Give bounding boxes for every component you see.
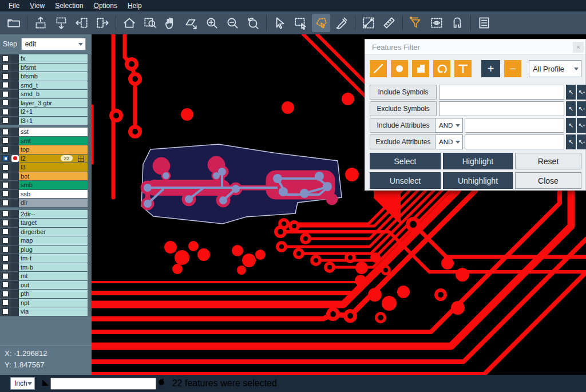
layer-checkbox-pth[interactable]: [2, 291, 9, 297]
polygon-select-button[interactable]: [312, 14, 330, 32]
active-layer-cell[interactable]: [11, 90, 19, 98]
layer-row-via[interactable]: via: [0, 307, 92, 316]
active-layer-cell[interactable]: [11, 281, 19, 290]
active-layer-cell[interactable]: [11, 254, 19, 263]
layer-name-map[interactable]: map: [19, 236, 88, 245]
layer-row-l2[interactable]: l222: [0, 155, 92, 164]
layer-name-tm-b[interactable]: tm-b: [19, 263, 88, 272]
units-select[interactable]: Inch: [10, 377, 35, 390]
pick-add-symbol-button[interactable]: ↖+: [577, 85, 586, 100]
step-select[interactable]: edit: [21, 38, 86, 50]
drag-zoom-button[interactable]: [182, 14, 200, 32]
include-symbols-button[interactable]: Include Symbols: [370, 85, 437, 100]
view-box-button[interactable]: [427, 14, 446, 32]
active-layer-cell[interactable]: [11, 72, 19, 81]
layer-name-plug[interactable]: plug: [19, 246, 88, 254]
zoom-previous-button[interactable]: [244, 14, 262, 32]
layer-name-npt[interactable]: npt: [19, 299, 88, 307]
pan-left-button[interactable]: [73, 14, 91, 32]
clear-brush-button[interactable]: [332, 14, 351, 32]
pick-symbol-button[interactable]: ↖: [566, 101, 576, 116]
layer-name-ssb[interactable]: ssb: [19, 190, 88, 199]
layer-checkbox-fx[interactable]: [2, 56, 9, 62]
layer-row-l3+1[interactable]: l3+1: [0, 117, 92, 126]
measure-ruler-button[interactable]: [380, 14, 398, 32]
layer-checkbox-l2+1[interactable]: [2, 109, 9, 115]
active-layer-cell[interactable]: [11, 81, 19, 90]
layer-row-ssb[interactable]: ssb: [0, 190, 92, 199]
layer-checkbox-bfsmt[interactable]: [2, 64, 9, 70]
layer-name-mt[interactable]: mt: [19, 272, 88, 280]
layer-name-tm-t[interactable]: tm-t: [19, 254, 88, 263]
layer-checkbox-target[interactable]: [2, 220, 9, 226]
layer-checkbox-top[interactable]: [2, 146, 9, 153]
layer-row-layer_3.gbr[interactable]: layer_3.gbr: [0, 99, 92, 108]
layer-row-sst[interactable]: sst: [0, 128, 92, 137]
layer-checkbox-smt[interactable]: [2, 137, 9, 144]
exclude-symbols-button[interactable]: Exclude Symbols: [370, 101, 437, 116]
layer-row-tm-t[interactable]: tm-t: [0, 254, 92, 263]
filter-arc-button[interactable]: [433, 60, 450, 77]
active-layer-cell[interactable]: [11, 163, 19, 172]
open-file-button[interactable]: [5, 14, 23, 32]
highlight-button[interactable]: Highlight: [443, 153, 513, 169]
layer-checkbox-smb[interactable]: [2, 182, 9, 188]
layer-checkbox-bfsmb[interactable]: [2, 73, 9, 80]
refresh-icon[interactable]: [156, 377, 167, 390]
unhighlight-button[interactable]: Unhighlight: [443, 172, 513, 189]
active-layer-cell[interactable]: [11, 99, 19, 108]
layer-checkbox-l3+1[interactable]: [2, 117, 9, 124]
layer-checkbox-dirgerber[interactable]: [2, 228, 9, 235]
layer-row-target[interactable]: target: [0, 219, 92, 228]
layer-name-via[interactable]: via: [19, 307, 88, 316]
layer-checkbox-via[interactable]: [2, 308, 9, 315]
profile-select[interactable]: All Profile: [529, 60, 581, 77]
menu-item-options[interactable]: Options: [89, 1, 122, 11]
layer-name-bfsmt[interactable]: bfsmt: [19, 64, 88, 72]
unselect-button[interactable]: Unselect: [370, 172, 441, 189]
layer-name-bfsmb[interactable]: bfsmb: [19, 72, 88, 81]
layer-checkbox-map[interactable]: [2, 237, 9, 244]
active-layer-cell[interactable]: [11, 145, 19, 154]
pick-attribute-button[interactable]: ↖: [566, 118, 576, 133]
filter-line-button[interactable]: [370, 60, 387, 77]
layer-row-dirgerber[interactable]: dirgerber: [0, 228, 92, 237]
active-layer-cell[interactable]: [11, 137, 19, 145]
layer-name-smb[interactable]: smb: [19, 181, 88, 189]
active-layer-cell[interactable]: [11, 210, 19, 219]
layer-row-l2+1[interactable]: l2+1: [0, 108, 92, 117]
layer-checkbox-smd_b[interactable]: [2, 91, 9, 97]
layer-row-2dir--[interactable]: 2dir--: [0, 210, 92, 219]
pick-add-attribute-button[interactable]: ↖+: [577, 118, 586, 133]
active-layer-cell[interactable]: [11, 236, 19, 245]
measure-line-button[interactable]: [359, 14, 378, 32]
layer-name-l2[interactable]: l222: [19, 155, 88, 163]
layer-row-smt[interactable]: smt: [0, 137, 92, 146]
layer-checkbox-layer_3.gbr[interactable]: [2, 100, 9, 106]
filter-pad-button[interactable]: [391, 60, 408, 77]
layer-name-l3+1[interactable]: l3+1: [19, 117, 88, 125]
layer-name-2dir--[interactable]: 2dir--: [19, 210, 88, 219]
layer-row-l3[interactable]: l3: [0, 163, 92, 172]
pan-hand-button[interactable]: [161, 14, 180, 32]
exclude-attributes-button[interactable]: Exclude Attributes: [370, 134, 437, 149]
layer-checkbox-bot[interactable]: [2, 173, 9, 179]
pick-symbol-button[interactable]: ↖: [566, 85, 576, 100]
layer-checkbox-tm-b[interactable]: [2, 264, 9, 270]
active-layer-cell[interactable]: [11, 299, 19, 307]
zoom-in-button[interactable]: [203, 14, 221, 32]
layer-checkbox-2dir--[interactable]: [2, 211, 9, 217]
active-layer-cell[interactable]: [11, 199, 19, 207]
active-layer-cell[interactable]: [11, 54, 19, 63]
menu-item-file[interactable]: File: [3, 1, 25, 11]
layer-row-bfsmb[interactable]: bfsmb: [0, 72, 92, 81]
layer-checkbox-ssb[interactable]: [2, 191, 9, 197]
active-layer-cell[interactable]: [11, 172, 19, 181]
layer-name-target[interactable]: target: [19, 219, 88, 227]
layer-name-smd_t[interactable]: smd_t: [19, 81, 88, 90]
layer-row-bfsmt[interactable]: bfsmt: [0, 64, 92, 73]
layer-name-fx[interactable]: fx: [19, 54, 88, 63]
active-layer-cell[interactable]: [11, 155, 19, 163]
layer-row-tm-b[interactable]: tm-b: [0, 263, 92, 272]
features-filter-button[interactable]: [407, 14, 425, 32]
